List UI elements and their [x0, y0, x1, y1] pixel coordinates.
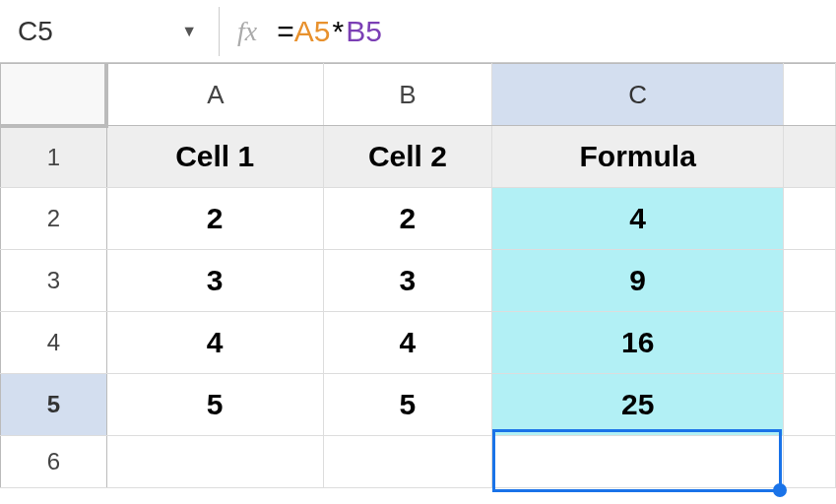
cell-a4[interactable]: 4: [106, 312, 323, 374]
name-box[interactable]: C5 ▼: [18, 16, 215, 47]
cell-d5[interactable]: [784, 374, 836, 436]
cell-a2[interactable]: 2: [106, 188, 323, 250]
formula-ref-a5: A5: [294, 15, 331, 48]
col-header-a[interactable]: A: [106, 64, 323, 126]
cell-a3[interactable]: 3: [106, 250, 323, 312]
col-header-d[interactable]: [784, 64, 836, 126]
cell-d6[interactable]: [784, 436, 836, 488]
spreadsheet-grid: A B C 1 Cell 1 Cell 2 Formula 2 2 2 4 3 …: [0, 63, 836, 488]
row-header-3[interactable]: 3: [1, 250, 107, 312]
name-box-value: C5: [18, 16, 181, 47]
cell-c5[interactable]: 25: [492, 374, 784, 436]
row-header-2[interactable]: 2: [1, 188, 107, 250]
cell-b3[interactable]: 3: [323, 250, 492, 312]
formula-input[interactable]: =A5*B5: [277, 15, 382, 48]
cell-b5[interactable]: 5: [323, 374, 492, 436]
formula-op: *: [330, 15, 346, 48]
cell-d4[interactable]: [784, 312, 836, 374]
formula-eq: =: [277, 15, 294, 48]
cell-c6[interactable]: [492, 436, 784, 488]
cell-d3[interactable]: [784, 250, 836, 312]
cell-d1[interactable]: [784, 126, 836, 188]
row-header-1[interactable]: 1: [1, 126, 107, 188]
cell-c2[interactable]: 4: [492, 188, 784, 250]
cell-b6[interactable]: [323, 436, 492, 488]
col-header-b[interactable]: B: [323, 64, 492, 126]
formula-bar: C5 ▼ fx =A5*B5: [0, 0, 836, 63]
cell-c3[interactable]: 9: [492, 250, 784, 312]
cell-c1[interactable]: Formula: [492, 126, 784, 188]
cell-a5[interactable]: 5: [106, 374, 323, 436]
cell-b2[interactable]: 2: [323, 188, 492, 250]
chevron-down-icon[interactable]: ▼: [181, 23, 197, 40]
cell-a6[interactable]: [106, 436, 323, 488]
formula-ref-b5: B5: [346, 15, 382, 48]
select-all-corner[interactable]: [1, 64, 107, 126]
col-header-c[interactable]: C: [492, 64, 784, 126]
cell-d2[interactable]: [784, 188, 836, 250]
cell-b1[interactable]: Cell 2: [323, 126, 492, 188]
fx-icon[interactable]: fx: [237, 16, 257, 47]
row-header-4[interactable]: 4: [1, 312, 107, 374]
divider: [219, 7, 220, 56]
cell-c4[interactable]: 16: [492, 312, 784, 374]
row-header-5[interactable]: 5: [1, 374, 107, 436]
cell-a1[interactable]: Cell 1: [106, 126, 323, 188]
row-header-6[interactable]: 6: [1, 436, 107, 488]
cell-b4[interactable]: 4: [323, 312, 492, 374]
